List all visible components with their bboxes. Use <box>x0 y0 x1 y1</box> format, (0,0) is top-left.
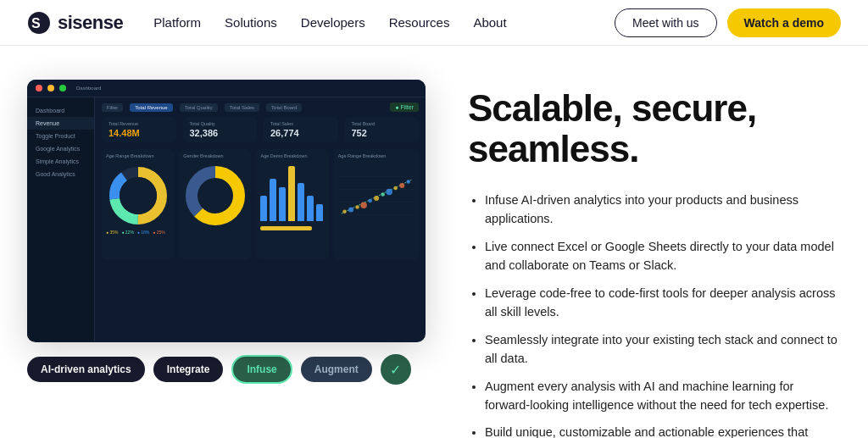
window-title-text: Dashboard <box>76 86 101 91</box>
donut-wrap <box>106 162 170 230</box>
metric-quality: Total Quality 32,386 <box>183 117 258 142</box>
hero-title-line1: Scalable, secure, <box>468 87 756 129</box>
nav-right: Meet with us Watch a demo <box>615 8 841 37</box>
sisense-logo-icon: S <box>27 11 51 35</box>
dot-red <box>36 85 42 91</box>
window-titlebar: Dashboard <box>27 80 426 97</box>
chart-bars-title: Age Demo Breakdown <box>260 153 324 158</box>
svg-point-19 <box>360 202 367 209</box>
nav-platform[interactable]: Platform <box>153 15 201 30</box>
bullet-2: Live connect Excel or Google Sheets dire… <box>485 237 841 275</box>
metric-board: Total Board 752 <box>345 117 420 142</box>
nav-developers[interactable]: Developers <box>301 15 365 30</box>
svg-point-23 <box>386 189 392 196</box>
nav-solutions[interactable]: Solutions <box>225 15 277 30</box>
svg-point-6 <box>120 177 157 214</box>
window-content: Dashboard Revenue Toggle Product Google … <box>27 97 426 341</box>
metric-sales-label: Total Sales <box>270 121 331 126</box>
nav-resources[interactable]: Resources <box>389 15 450 30</box>
nav-about[interactable]: About <box>473 15 506 30</box>
bar-5 <box>298 183 304 221</box>
logo[interactable]: S sisense <box>27 11 123 35</box>
metric-sales: Total Sales 26,774 <box>264 117 338 142</box>
tab-ai-analytics[interactable]: AI-driven analytics <box>27 357 145 382</box>
svg-point-10 <box>198 179 232 213</box>
svg-point-18 <box>355 205 359 209</box>
bar-6 <box>307 196 314 221</box>
bottom-tabs: AI-driven analytics Integrate Infuse Aug… <box>27 354 434 385</box>
tab-integrate[interactable]: Integrate <box>153 357 224 382</box>
dashboard-window: Dashboard Dashboard Revenue Toggle Produ… <box>27 80 426 342</box>
hero-left: Dashboard Dashboard Revenue Toggle Produ… <box>27 80 434 385</box>
svg-point-25 <box>399 183 404 188</box>
nav-links: Platform Solutions Developers Resources … <box>153 15 506 30</box>
hero-bullets: Infuse AI-driven analytics into your pro… <box>468 191 841 438</box>
dot-yellow <box>47 85 54 91</box>
sidebar-mock-4: Google Analytics <box>27 142 94 155</box>
logo-text: sisense <box>58 12 123 34</box>
charts-row: Age Range Breakdown <box>102 149 419 259</box>
gender-donut-svg <box>186 166 245 225</box>
sidebar-panel: Dashboard Revenue Toggle Product Google … <box>27 97 95 341</box>
svg-point-21 <box>374 196 379 201</box>
main-panel: Filter Total Revenue Total Quality Total… <box>95 97 426 341</box>
metric-board-label: Total Board <box>352 121 413 126</box>
svg-point-24 <box>393 186 398 191</box>
bullet-4: Seamlessly integrate into your existing … <box>485 330 841 369</box>
dot-green <box>59 85 66 91</box>
watch-demo-button[interactable]: Watch a demo <box>727 8 841 37</box>
svg-point-20 <box>368 199 372 203</box>
gender-donut-wrap <box>183 162 247 230</box>
bullet-1: Infuse AI-driven analytics into your pro… <box>485 191 841 229</box>
sidebar-mock-6: Good Analytics <box>27 168 94 180</box>
legend-2: ● 22% <box>121 230 133 235</box>
metric-revenue-label: Total Revenue <box>108 121 170 126</box>
sidebar-mock-5: Simple Analytics <box>27 155 94 168</box>
tab-filter: Filter <box>102 103 123 112</box>
metric-revenue: Total Revenue 14.48M <box>102 117 176 142</box>
bar-2 <box>270 179 276 221</box>
chart-scatter: Age Range Breakdown <box>334 149 419 259</box>
svg-text:S: S <box>31 16 41 30</box>
metric-board-value: 752 <box>352 128 413 138</box>
filter-tag: ● Filter <box>390 103 419 112</box>
bar-4 <box>288 166 295 221</box>
metrics-row: Total Revenue 14.48M Total Quality 32,38… <box>102 117 419 142</box>
legend-3: ● 18% <box>137 230 149 235</box>
chart-gender: Gender Breakdown <box>179 149 251 259</box>
svg-point-17 <box>348 208 353 213</box>
bar-wrap <box>260 162 324 221</box>
metric-quality-label: Total Quality <box>190 121 251 126</box>
chart-donut: Age Range Breakdown <box>102 149 174 259</box>
tab-augment[interactable]: Augment <box>301 357 372 382</box>
chart-bars: Age Demo Breakdown <box>256 149 328 259</box>
donut-svg <box>108 166 168 225</box>
legend-1: ● 35% <box>106 230 118 235</box>
tab-board: Total Board <box>266 103 302 112</box>
tab-infuse[interactable]: Infuse <box>231 355 292 384</box>
bullet-5: Augment every analysis with AI and machi… <box>485 377 841 415</box>
bar-1 <box>260 196 267 221</box>
horiz-bar <box>260 226 311 230</box>
chart-donut-title: Age Range Breakdown <box>106 153 170 158</box>
legend-4: ● 25% <box>153 230 164 235</box>
scatter-svg <box>338 162 415 230</box>
chart-gender-title: Gender Breakdown <box>183 153 247 158</box>
bar-3 <box>279 187 286 221</box>
svg-point-22 <box>381 192 385 197</box>
hero-title: Scalable, secure, seamless. <box>468 88 841 170</box>
donut-legend: ● 35% ● 22% ● 18% ● 25% <box>106 230 170 235</box>
chart-scatter-title: Age Range Breakdown <box>338 153 415 158</box>
hero-section: Dashboard Dashboard Revenue Toggle Produ… <box>0 46 868 438</box>
metric-quality-value: 32,386 <box>190 128 251 138</box>
svg-point-26 <box>406 180 410 184</box>
bullet-6: Build unique, customizable and actionabl… <box>485 423 841 438</box>
tab-quality: Total Quality <box>180 103 218 112</box>
sidebar-mock-3: Toggle Product <box>27 130 94 142</box>
meet-with-us-button[interactable]: Meet with us <box>615 8 717 37</box>
tab-revenue: Total Revenue <box>130 103 172 112</box>
sidebar-mock-2: Revenue <box>27 117 94 130</box>
tab-check-button[interactable]: ✓ <box>381 354 411 385</box>
bar-7 <box>316 204 323 221</box>
panel-topbar: Filter Total Revenue Total Quality Total… <box>102 103 419 112</box>
